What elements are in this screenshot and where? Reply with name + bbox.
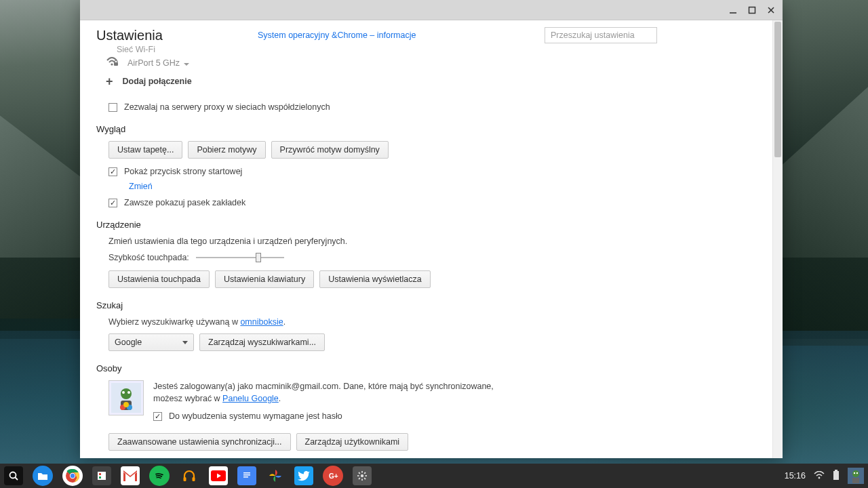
google-panel-link[interactable]: Panelu Google — [222, 394, 279, 403]
svg-point-41 — [818, 476, 821, 479]
proxy-checkbox[interactable] — [108, 103, 117, 112]
signed-in-text: Jesteś zalogowany(a) jako macminik@gmail… — [153, 380, 506, 405]
change-home-page-link[interactable]: Zmień — [129, 182, 153, 191]
reset-theme-button[interactable]: Przywróć motyw domyślny — [271, 141, 389, 159]
clock: 15:16 — [785, 471, 806, 481]
svg-rect-42 — [833, 471, 839, 480]
settings-content: Ustawienia System operacyjny &Chrome – i… — [80, 20, 772, 458]
spotify-app-icon[interactable] — [149, 466, 170, 486]
svg-line-15 — [16, 478, 18, 481]
youtube-app-icon[interactable] — [209, 466, 228, 485]
docs-app-icon[interactable] — [237, 466, 256, 485]
manage-users-button[interactable]: Zarządzaj użytkownikami — [296, 433, 409, 451]
get-themes-button[interactable]: Pobierz motywy — [188, 141, 265, 159]
advanced-sync-settings-button[interactable]: Zaawansowane ustawienia synchronizacji..… — [108, 433, 291, 451]
photos-app-icon[interactable] — [266, 466, 285, 485]
settings-search-input[interactable] — [545, 27, 657, 43]
wake-password-label: Do wybudzenia systemu wymagane jest hasł… — [169, 411, 342, 421]
window-titlebar — [80, 0, 783, 20]
svg-point-14 — [10, 472, 16, 479]
current-network-dropdown[interactable]: AirPort 5 GHz — [127, 58, 189, 68]
window-minimize-button[interactable] — [728, 5, 738, 15]
omnibox-link[interactable]: omniboksie — [240, 317, 283, 327]
chevron-down-icon — [184, 63, 189, 66]
svg-point-13 — [123, 402, 129, 407]
svg-rect-20 — [99, 473, 101, 475]
show-bookmarks-bar-label: Zawsze pokazuj pasek zakładek — [124, 198, 245, 207]
headphones-app-icon[interactable] — [179, 466, 199, 486]
svg-point-45 — [852, 470, 859, 477]
svg-point-47 — [856, 472, 858, 474]
window-maximize-button[interactable] — [747, 5, 757, 15]
settings-window: Ustawienia System operacyjny &Chrome – i… — [80, 0, 783, 458]
status-tray[interactable]: 15:16 — [785, 468, 864, 484]
launcher-search-icon[interactable] — [4, 466, 23, 485]
page-title: Ustawienia — [96, 28, 244, 43]
section-appearance-heading: Wygląd — [96, 124, 772, 134]
files-app-icon[interactable] — [33, 466, 53, 486]
add-connection-button[interactable]: Dodaj połączenie — [123, 77, 192, 86]
svg-rect-27 — [241, 469, 252, 483]
user-avatar — [108, 380, 144, 415]
show-home-button-checkbox[interactable] — [108, 167, 117, 176]
svg-rect-43 — [835, 470, 837, 471]
chrome-info-link[interactable]: System operacyjny &Chrome – informacje — [258, 30, 416, 40]
app-icon-generic[interactable] — [92, 466, 111, 485]
touchpad-speed-label: Szybkość touchpada: — [108, 253, 189, 262]
search-description: Wybierz wyszukiwarkę używaną w omniboksi… — [108, 317, 772, 327]
gmail-app-icon[interactable] — [121, 466, 140, 485]
touchpad-settings-button[interactable]: Ustawienia touchpada — [108, 270, 210, 288]
window-close-button[interactable] — [766, 5, 776, 15]
wifi-section-label: Sieć Wi-Fi — [117, 45, 772, 54]
plus-icon: + — [106, 75, 113, 87]
proxy-checkbox-label: Zezwalaj na serwery proxy w sieciach wsp… — [124, 102, 330, 112]
search-engine-select[interactable]: Google — [108, 333, 194, 351]
section-device-heading: Urządzenie — [96, 220, 772, 230]
settings-shelf-icon[interactable] — [353, 466, 372, 485]
svg-rect-29 — [243, 474, 250, 476]
section-people-heading: Osoby — [96, 363, 772, 373]
svg-point-8 — [122, 391, 125, 394]
svg-point-9 — [127, 391, 130, 394]
status-avatar — [848, 468, 864, 484]
svg-rect-19 — [98, 472, 106, 480]
wake-password-checkbox[interactable] — [153, 412, 162, 421]
device-description: Zmień ustawienia dla tego urządzenia i u… — [108, 237, 772, 246]
vertical-scrollbar[interactable] — [772, 20, 783, 458]
display-settings-button[interactable]: Ustawienia wyświetlacza — [319, 270, 431, 288]
wifi-lock-icon — [106, 57, 118, 68]
svg-point-4 — [111, 63, 113, 65]
svg-text:G+: G+ — [329, 472, 338, 480]
manage-search-engines-button[interactable]: Zarządzaj wyszukiwarkami... — [199, 333, 325, 351]
svg-point-46 — [854, 472, 855, 474]
wifi-status-icon — [814, 471, 825, 481]
twitter-app-icon[interactable] — [294, 466, 313, 485]
svg-line-39 — [359, 478, 360, 479]
svg-line-38 — [364, 478, 366, 479]
svg-rect-24 — [184, 477, 186, 481]
svg-point-32 — [361, 474, 363, 477]
touchpad-speed-slider[interactable] — [196, 256, 284, 260]
google-plus-app-icon[interactable]: G+ — [323, 466, 343, 486]
set-wallpaper-button[interactable]: Ustaw tapetę... — [108, 141, 182, 159]
chrome-app-icon[interactable] — [62, 466, 83, 486]
svg-rect-5 — [114, 62, 118, 66]
chromeos-shelf: G+ 15:16 — [0, 464, 868, 488]
show-home-button-label: Pokaż przycisk strony startowej — [124, 167, 242, 176]
keyboard-settings-button[interactable]: Ustawienia klawiatury — [215, 270, 314, 288]
chevron-down-icon — [182, 341, 188, 344]
battery-status-icon — [833, 470, 840, 483]
section-search-heading: Szukaj — [96, 300, 772, 310]
svg-line-37 — [359, 472, 360, 474]
svg-point-7 — [121, 388, 132, 399]
show-bookmarks-bar-checkbox[interactable] — [108, 199, 117, 207]
svg-rect-21 — [99, 476, 101, 479]
svg-rect-30 — [243, 476, 248, 478]
svg-point-18 — [71, 474, 75, 478]
svg-rect-48 — [852, 478, 859, 483]
scrollbar-thumb[interactable] — [774, 22, 781, 157]
svg-rect-28 — [243, 472, 250, 474]
svg-line-40 — [364, 472, 366, 474]
svg-rect-1 — [749, 7, 755, 13]
svg-rect-25 — [193, 477, 195, 481]
